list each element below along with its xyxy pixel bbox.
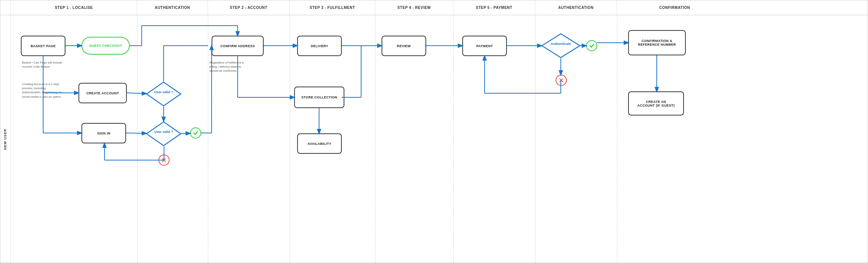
delivery-box: DELIVERY — [297, 36, 342, 56]
arrows-svg — [0, 0, 868, 263]
svg-line-19 — [127, 93, 146, 94]
divider-4 — [375, 15, 376, 263]
check-circle-1 — [190, 127, 201, 139]
col-step3: STEP 3 - FULFILLMENT — [290, 0, 375, 15]
svg-text:Authenticate: Authenticate — [551, 42, 571, 46]
col-step5: STEP 5 - PAYMENT — [453, 0, 535, 15]
column-headers: STEP 1 - LOCALISE AUTHENTICATION STEP 2 … — [0, 0, 868, 15]
divider-2 — [208, 15, 208, 263]
svg-marker-0 — [147, 82, 181, 106]
store-collection-box: STORE COLLECTION — [294, 87, 344, 108]
row-label-new-user: NEW USER — [0, 15, 11, 263]
create-account-box: CREATE ACCOUNT — [78, 83, 127, 103]
user-valid-1-diamond: User valid ? — [146, 81, 181, 107]
sign-in-box: SIGN IN — [81, 123, 126, 143]
basket-page-box: BASKET PAGE — [21, 36, 65, 56]
col-auth1: AUTHENTICATION — [137, 0, 208, 15]
address-note: Regardless of fulfillment a billing / de… — [209, 61, 250, 73]
divider-5 — [453, 15, 454, 263]
svg-marker-2 — [147, 122, 181, 146]
confirm-address-box: CONFIRM ADDRESS — [212, 36, 264, 56]
create-account-guest-box: CREATE AN ACCOUNT (IF GUEST) — [628, 91, 684, 116]
col-step4: STEP 4 - REVIEW — [375, 0, 453, 15]
x-circle-2 — [556, 75, 567, 86]
review-box: REVIEW — [382, 36, 426, 56]
authenticate-diamond: Authenticate — [541, 33, 581, 59]
x-circle-1 — [158, 155, 170, 166]
divider-6 — [535, 15, 536, 263]
svg-line-22 — [126, 133, 146, 133]
col-confirm: CONFIRMATION — [617, 0, 732, 15]
guest-checkout-box: GUEST CHECKOUT — [81, 37, 130, 55]
svg-text:User valid ?: User valid ? — [154, 130, 173, 134]
col-auth2: AUTHENTICATION — [535, 0, 617, 15]
confirmation-box: CONFIRMATION & REFERENCE NUMBER — [628, 30, 686, 55]
svg-text:User valid ?: User valid ? — [154, 90, 173, 94]
divider-1 — [137, 15, 138, 263]
user-valid-2-diamond: User valid ? — [146, 121, 181, 147]
availability-box: AVAILABILITY — [297, 133, 342, 154]
col-step2: STEP 2 - ACCOUNT — [208, 0, 290, 15]
divider-3 — [290, 15, 290, 263]
basket-note: Basket / Cart Page will include voucher … — [22, 61, 63, 69]
diagram-wrapper: STEP 1 - LOCALISE AUTHENTICATION STEP 2 … — [0, 0, 868, 263]
divider-7 — [617, 15, 617, 263]
svg-marker-4 — [542, 34, 580, 58]
check-circle-2 — [586, 40, 597, 51]
account-note: Creating Account is a 2 step process, in… — [22, 82, 63, 99]
col-step1: STEP 1 - LOCALISE — [11, 0, 137, 15]
payment-box: PAYMENT — [462, 36, 507, 56]
